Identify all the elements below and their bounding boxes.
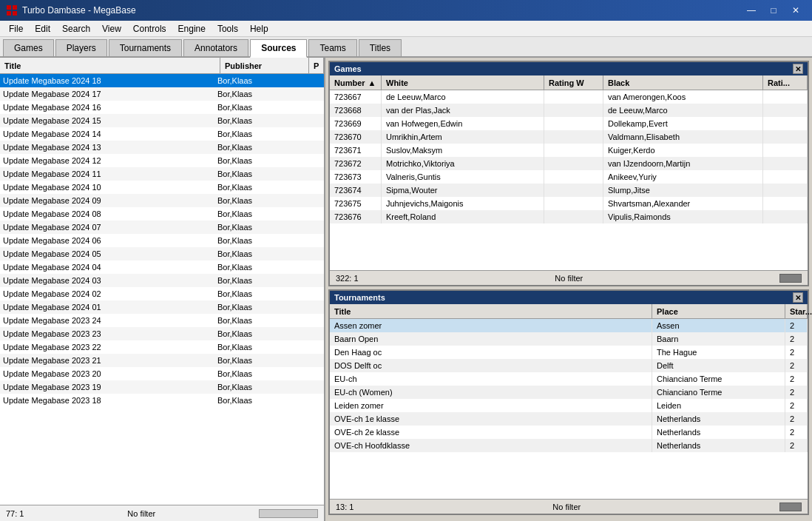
games-col-white[interactable]: White (382, 75, 544, 90)
tournament-row[interactable]: Baarn Open Baarn 2 (330, 332, 808, 346)
tournaments-scroll-indicator[interactable] (779, 502, 802, 511)
game-ratingb (763, 144, 808, 157)
games-col-ratingb[interactable]: Rati... (763, 75, 808, 90)
game-row[interactable]: 723676 Kreeft,Roland Vipulis,Raimonds (330, 210, 808, 223)
tournament-row[interactable]: OVE-ch Hoofdklasse Netherlands 2 (330, 439, 808, 452)
source-publisher: Bor,Klaas (217, 130, 306, 138)
games-col-black[interactable]: Black (603, 75, 763, 90)
tournament-place: Chianciano Terme (652, 372, 785, 386)
games-col-number[interactable]: Number ▲ (330, 75, 382, 90)
source-row[interactable]: Update Megabase 2024 13 Bor,Klaas (0, 141, 324, 154)
source-row[interactable]: Update Megabase 2024 16 Bor,Klaas (0, 101, 324, 114)
game-row[interactable]: 723670 Umrikhin,Artem Valdmann,Elisabeth (330, 130, 808, 144)
tournament-row[interactable]: DOS Delft oc Delft 2 (330, 359, 808, 372)
source-row[interactable]: Update Megabase 2024 17 Bor,Klaas (0, 87, 324, 101)
minimize-button[interactable]: — (741, 3, 762, 18)
tab-sources[interactable]: Sources (250, 39, 307, 58)
source-row[interactable]: Update Megabase 2024 04 Bor,Klaas (0, 260, 324, 274)
game-row[interactable]: 723668 van der Plas,Jack de Leeuw,Marco (330, 104, 808, 117)
tournament-row[interactable]: Assen zomer Assen 2 (330, 319, 808, 332)
tournament-row[interactable]: OVE-ch 1e klasse Netherlands 2 (330, 412, 808, 426)
source-row[interactable]: Update Megabase 2024 14 Bor,Klaas (0, 127, 324, 141)
menu-file[interactable]: File (3, 22, 29, 36)
menu-search[interactable]: Search (56, 22, 96, 36)
games-sub-panel: Games ✕ Number ▲ White Rating W Black Ra… (328, 61, 809, 286)
source-row[interactable]: Update Megabase 2024 18 Bor,Klaas (0, 74, 324, 87)
source-publisher: Bor,Klaas (217, 329, 306, 338)
game-white: van Hofwegen,Edwin (382, 117, 544, 130)
tournament-start: 2 (785, 332, 808, 346)
source-row[interactable]: Update Megabase 2023 22 Bor,Klaas (0, 340, 324, 354)
tournaments-close-button[interactable]: ✕ (793, 292, 803, 303)
tournament-row[interactable]: Den Haag oc The Hague 2 (330, 346, 808, 359)
tourn-col-place[interactable]: Place (652, 304, 785, 318)
source-row[interactable]: Update Megabase 2023 18 Bor,Klaas (0, 394, 324, 407)
menu-edit[interactable]: Edit (29, 22, 56, 36)
menu-help[interactable]: Help (244, 22, 274, 36)
tab-games[interactable]: Games (3, 39, 54, 56)
window-controls: — □ ✕ (741, 3, 806, 18)
source-row[interactable]: Update Megabase 2023 24 Bor,Klaas (0, 314, 324, 327)
game-white: Umrikhin,Artem (382, 130, 544, 144)
close-button[interactable]: ✕ (785, 3, 806, 18)
source-row[interactable]: Update Megabase 2023 23 Bor,Klaas (0, 327, 324, 340)
tab-players[interactable]: Players (55, 39, 107, 56)
games-scroll-indicator[interactable] (779, 274, 802, 283)
source-row[interactable]: Update Megabase 2024 09 Bor,Klaas (0, 194, 324, 207)
game-row[interactable]: 723667 de Leeuw,Marco van Amerongen,Koos (330, 90, 808, 104)
source-row[interactable]: Update Megabase 2024 03 Bor,Klaas (0, 274, 324, 287)
tournament-row[interactable]: Leiden zomer Leiden 2 (330, 399, 808, 412)
games-close-button[interactable]: ✕ (793, 64, 803, 74)
tournament-row[interactable]: EU-ch (Women) Chianciano Terme 2 (330, 386, 808, 399)
game-row[interactable]: 723672 Motrichko,Viktoriya van IJzendoor… (330, 157, 808, 170)
source-row[interactable]: Update Megabase 2023 19 Bor,Klaas (0, 380, 324, 394)
tournament-row[interactable]: OVE-ch 2e klasse Netherlands 2 (330, 426, 808, 439)
source-row[interactable]: Update Megabase 2024 11 Bor,Klaas (0, 167, 324, 181)
menu-engine[interactable]: Engine (172, 22, 212, 36)
source-row[interactable]: Update Megabase 2023 20 Bor,Klaas (0, 367, 324, 380)
col-header-publisher[interactable]: Publisher (220, 58, 309, 73)
sources-scrollbar[interactable] (259, 509, 318, 518)
source-title: Update Megabase 2024 08 (3, 209, 217, 218)
tourn-col-title[interactable]: Title (330, 304, 652, 318)
source-title: Update Megabase 2023 20 (3, 369, 217, 378)
game-number: 723670 (330, 130, 382, 144)
col-header-title[interactable]: Title (0, 58, 220, 73)
game-row[interactable]: 723675 Juhnjevichs,Maigonis Shvartsman,A… (330, 197, 808, 210)
menu-view[interactable]: View (96, 22, 127, 36)
maximize-button[interactable]: □ (763, 3, 784, 18)
tournament-row[interactable]: EU-ch Chianciano Terme 2 (330, 372, 808, 386)
source-row[interactable]: Update Megabase 2024 02 Bor,Klaas (0, 287, 324, 300)
source-row[interactable]: Update Megabase 2024 12 Bor,Klaas (0, 154, 324, 167)
menu-bar: File Edit Search View Controls Engine To… (0, 21, 812, 37)
tourn-col-start[interactable]: Star... (785, 304, 808, 318)
games-col-ratingw[interactable]: Rating W (544, 75, 603, 90)
game-white: Valneris,Guntis (382, 170, 544, 184)
source-row[interactable]: Update Megabase 2023 21 Bor,Klaas (0, 354, 324, 367)
game-row[interactable]: 723669 van Hofwegen,Edwin Dollekamp,Ever… (330, 117, 808, 130)
source-row[interactable]: Update Megabase 2024 06 Bor,Klaas (0, 234, 324, 247)
source-row[interactable]: Update Megabase 2024 07 Bor,Klaas (0, 221, 324, 234)
tournament-place: The Hague (652, 346, 785, 359)
source-row[interactable]: Update Megabase 2024 08 Bor,Klaas (0, 207, 324, 221)
source-row[interactable]: Update Megabase 2024 01 Bor,Klaas (0, 300, 324, 314)
tab-tournaments[interactable]: Tournaments (109, 39, 182, 56)
tab-bar: Games Players Tournaments Annotators Sou… (0, 37, 812, 58)
source-title: Update Megabase 2024 09 (3, 196, 217, 205)
game-row[interactable]: 723674 Sipma,Wouter Slump,Jitse (330, 184, 808, 197)
tab-titles[interactable]: Titles (359, 39, 402, 56)
source-row[interactable]: Update Megabase 2024 10 Bor,Klaas (0, 181, 324, 194)
game-number: 723669 (330, 117, 382, 130)
tournament-title: OVE-ch Hoofdklasse (330, 439, 652, 452)
tab-teams[interactable]: Teams (308, 39, 356, 56)
menu-controls[interactable]: Controls (127, 22, 172, 36)
source-publisher: Bor,Klaas (217, 116, 306, 125)
col-header-p[interactable]: P (309, 58, 324, 73)
menu-tools[interactable]: Tools (212, 22, 244, 36)
source-row[interactable]: Update Megabase 2024 15 Bor,Klaas (0, 114, 324, 127)
game-row[interactable]: 723671 Suslov,Maksym Kuiger,Kerdo (330, 144, 808, 157)
tab-annotators[interactable]: Annotators (183, 39, 248, 56)
source-row[interactable]: Update Megabase 2024 05 Bor,Klaas (0, 247, 324, 260)
games-filter: No filter (555, 274, 583, 283)
game-row[interactable]: 723673 Valneris,Guntis Anikeev,Yuriy (330, 170, 808, 184)
